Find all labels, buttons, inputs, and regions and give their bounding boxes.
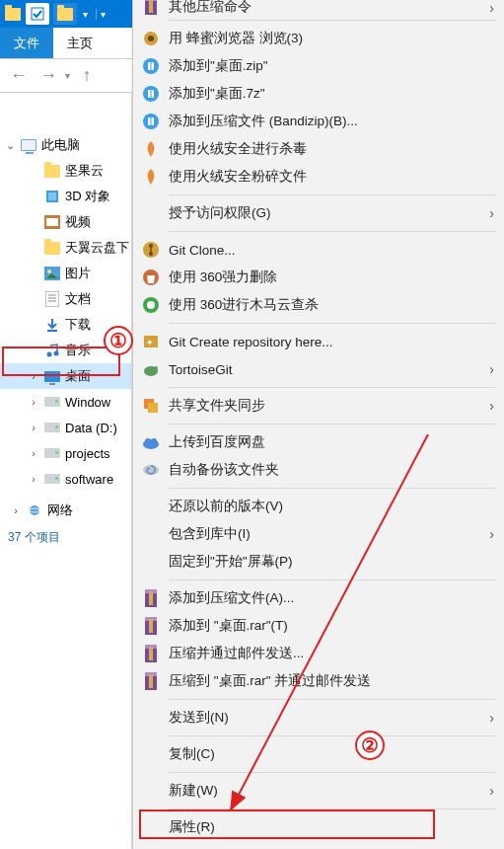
music-icon bbox=[43, 342, 61, 359]
tortoise-icon bbox=[141, 359, 161, 379]
menu-item[interactable]: 添加到"桌面.7z" bbox=[133, 80, 504, 108]
menu-separator bbox=[169, 579, 496, 580]
menu-item[interactable]: 使用火绒安全进行杀毒 bbox=[133, 135, 504, 163]
tree-item[interactable]: › Window bbox=[0, 389, 131, 415]
expander-icon[interactable]: › bbox=[10, 504, 22, 516]
expander-icon[interactable]: › bbox=[28, 473, 39, 485]
qat-folder[interactable] bbox=[53, 3, 77, 25]
network-icon bbox=[26, 502, 43, 519]
tree-item[interactable]: 文档 bbox=[0, 286, 131, 312]
tree-item-label: 文档 bbox=[65, 290, 91, 308]
tree-item[interactable]: 下载 bbox=[0, 312, 131, 338]
tree-root-label: 此电脑 bbox=[41, 136, 80, 154]
tree-network-label: 网络 bbox=[47, 502, 73, 519]
expander-icon[interactable]: ⌄ bbox=[4, 139, 16, 152]
blank-icon bbox=[141, 552, 161, 572]
picture-icon bbox=[43, 265, 61, 282]
nav-history-dropdown[interactable]: ▾ bbox=[65, 70, 70, 81]
nav-back[interactable]: ← bbox=[6, 63, 32, 89]
tree-item[interactable]: 3D 对象 bbox=[0, 184, 131, 209]
menu-item[interactable]: 自动备份该文件夹 bbox=[133, 456, 504, 484]
expander-icon[interactable]: › bbox=[28, 396, 39, 408]
menu-item-label: 添加到压缩文件 (Bandizip)(B)... bbox=[169, 113, 494, 130]
menu-item[interactable]: 用 蜂蜜浏览器 浏览(3) bbox=[133, 25, 504, 52]
menu-item[interactable]: 压缩并通过邮件发送... bbox=[133, 640, 504, 667]
huorong-icon bbox=[141, 167, 161, 187]
qat-checkbox[interactable] bbox=[26, 3, 49, 25]
menu-item[interactable]: 复制(C) bbox=[133, 740, 504, 768]
menu-item[interactable]: 其他压缩命令 › bbox=[133, 0, 504, 16]
expander-icon[interactable]: › bbox=[28, 422, 39, 433]
blank-icon bbox=[141, 781, 161, 801]
menu-item[interactable]: 上传到百度网盘 bbox=[133, 428, 504, 456]
qat-overflow[interactable]: ▾ bbox=[96, 9, 108, 20]
menu-separator bbox=[169, 488, 496, 489]
archive-icon bbox=[141, 0, 161, 16]
svg-point-34 bbox=[154, 366, 158, 370]
menu-item[interactable]: 固定到"开始"屏幕(P) bbox=[133, 548, 504, 576]
tree-item[interactable]: 图片 bbox=[0, 261, 131, 286]
tree-network[interactable]: › 网络 bbox=[0, 498, 131, 523]
menu-item[interactable]: 授予访问权限(G) › bbox=[133, 199, 504, 227]
menu-separator bbox=[169, 772, 496, 773]
menu-item[interactable]: 新建(W) › bbox=[133, 777, 504, 805]
menu-item[interactable]: 使用火绒安全粉碎文件 bbox=[133, 163, 504, 191]
tree-item[interactable]: 视频 bbox=[0, 209, 131, 235]
menu-item[interactable]: Git Clone... bbox=[133, 236, 504, 264]
tree-item[interactable]: › software bbox=[0, 466, 131, 492]
blank-icon bbox=[141, 708, 161, 728]
rar-icon bbox=[141, 644, 161, 663]
tree-item[interactable]: › Data (D:) bbox=[0, 415, 131, 440]
blank-icon bbox=[141, 817, 161, 837]
menu-item[interactable]: 包含到库中(I) › bbox=[133, 520, 504, 548]
tree-item[interactable]: › 桌面 bbox=[0, 363, 131, 389]
menu-item[interactable]: 发送到(N) › bbox=[133, 704, 504, 732]
nav-forward[interactable]: → bbox=[36, 63, 61, 89]
menu-item[interactable]: ✦ Git Create repository here... bbox=[133, 328, 504, 355]
tree-item[interactable]: 天翼云盘下 bbox=[0, 235, 131, 261]
zip-icon bbox=[141, 112, 161, 131]
tree-item[interactable]: › projects bbox=[0, 440, 131, 466]
menu-item-label: 添加到 "桌面.rar"(T) bbox=[169, 617, 494, 635]
menu-item-label: 复制(C) bbox=[169, 745, 494, 763]
menu-item[interactable]: 属性(R) bbox=[133, 813, 504, 841]
360del-icon bbox=[141, 268, 161, 287]
menu-item-label: 使用火绒安全进行杀毒 bbox=[169, 140, 494, 158]
blank-icon bbox=[141, 524, 161, 544]
menu-item[interactable]: 添加到"桌面.zip" bbox=[133, 52, 504, 80]
tree-root-thispc[interactable]: ⌄ 此电脑 bbox=[0, 132, 131, 158]
menu-item[interactable]: 添加到压缩文件(A)... bbox=[133, 584, 504, 612]
nav-up[interactable]: ↑ bbox=[74, 63, 100, 89]
huorong-icon bbox=[141, 139, 161, 159]
ribbon-tab-home[interactable]: 主页 bbox=[53, 28, 107, 58]
tree-item[interactable]: 坚果云 bbox=[0, 158, 131, 184]
qat-dropdown[interactable]: ▾ bbox=[81, 9, 90, 20]
menu-item[interactable]: 添加到 "桌面.rar"(T) bbox=[133, 612, 504, 640]
menu-separator bbox=[169, 424, 496, 424]
menu-item[interactable]: 添加到压缩文件 (Bandizip)(B)... bbox=[133, 108, 504, 135]
menu-item[interactable]: 还原以前的版本(V) bbox=[133, 493, 504, 520]
menu-item-label: 发送到(N) bbox=[169, 709, 481, 727]
chevron-right-icon: › bbox=[489, 398, 494, 414]
tree-item-label: 桌面 bbox=[65, 367, 91, 385]
explorer-icon bbox=[4, 5, 22, 23]
expander-icon[interactable]: › bbox=[28, 370, 39, 382]
ribbon-tab-file[interactable]: 文件 bbox=[0, 28, 53, 58]
tree-item-label: software bbox=[65, 472, 113, 487]
menu-item[interactable]: 共享文件夹同步 › bbox=[133, 392, 504, 420]
tree-item-label: 音乐 bbox=[65, 342, 91, 359]
svg-rect-7 bbox=[45, 291, 59, 307]
svg-text:✦: ✦ bbox=[146, 338, 154, 347]
svg-point-39 bbox=[151, 438, 157, 444]
svg-point-13 bbox=[54, 351, 59, 356]
tree-item[interactable]: 音乐 bbox=[0, 338, 131, 363]
menu-item[interactable]: 使用 360强力删除 bbox=[133, 264, 504, 291]
menu-item[interactable]: TortoiseGit › bbox=[133, 355, 504, 383]
menu-item[interactable]: 压缩到 "桌面.rar" 并通过邮件发送 bbox=[133, 667, 504, 695]
menu-item[interactable]: 使用 360进行木马云查杀 bbox=[133, 291, 504, 319]
menu-item-label: 共享文件夹同步 bbox=[169, 397, 481, 415]
drive-icon bbox=[43, 393, 61, 411]
menu-item-label: 自动备份该文件夹 bbox=[169, 461, 494, 479]
expander-icon[interactable]: › bbox=[28, 447, 39, 459]
svg-rect-0 bbox=[32, 8, 43, 20]
